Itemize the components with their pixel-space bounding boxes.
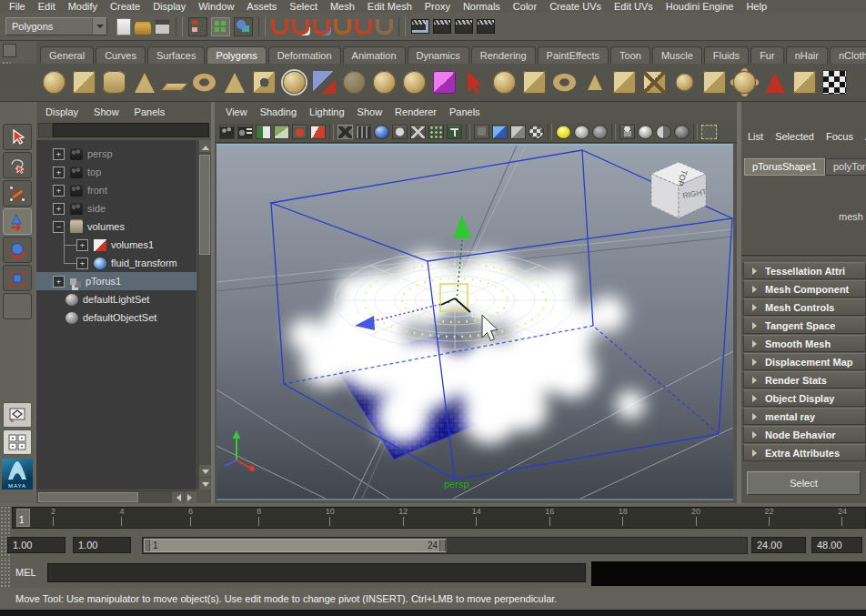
- shelf-button[interactable]: [462, 70, 487, 95]
- marquee-cursor-icon[interactable]: [701, 125, 717, 139]
- playback-start-field[interactable]: [73, 537, 131, 553]
- menubar-item[interactable]: File: [9, 1, 25, 12]
- shelf-button[interactable]: [132, 70, 156, 95]
- sep-icon[interactable]: [548, 124, 552, 140]
- hscroll-thumb[interactable]: [38, 492, 138, 502]
- attribute-editor-menu-item[interactable]: Selected: [775, 131, 814, 142]
- menubar-item[interactable]: Edit Mesh: [368, 1, 412, 12]
- outliner-hscrollbar[interactable]: [36, 490, 196, 503]
- outliner-menu-item[interactable]: Show: [94, 106, 119, 117]
- eraser-red-icon[interactable]: [310, 125, 326, 139]
- shelf-button[interactable]: [672, 70, 697, 95]
- render-current-icon[interactable]: [433, 19, 451, 34]
- blue-sphere-icon[interactable]: [374, 125, 389, 139]
- range-end-handle[interactable]: [439, 540, 446, 551]
- filter-icon[interactable]: [38, 123, 53, 137]
- film-box-icon[interactable]: [356, 125, 371, 139]
- viewport-menu-item[interactable]: View: [226, 106, 247, 117]
- viewport-canvas[interactable]: TOP RIGHT persp: [216, 144, 733, 500]
- shelf-button[interactable]: [342, 70, 367, 95]
- image-plane-icon[interactable]: [274, 125, 289, 139]
- playback-range-bar[interactable]: 1 24: [144, 539, 447, 552]
- attr-section[interactable]: Tangent Space: [743, 317, 866, 334]
- outliner-menu-item[interactable]: Display: [45, 106, 78, 117]
- menubar-item[interactable]: Proxy: [425, 1, 450, 12]
- time-slider-track[interactable]: 2 4 6 8 10 12 14: [12, 507, 866, 529]
- move-tool-button[interactable]: [3, 208, 32, 235]
- render-settings-icon[interactable]: [477, 19, 495, 34]
- blue-cube-icon[interactable]: [492, 125, 508, 139]
- select-button[interactable]: Select: [747, 471, 861, 495]
- last-tool-slot[interactable]: [3, 293, 32, 319]
- shelf-button[interactable]: [702, 70, 727, 95]
- outliner-row[interactable]: + volumes1: [36, 236, 196, 254]
- shelf-tab[interactable]: Fluids: [704, 46, 749, 64]
- outliner-row[interactable]: + front: [36, 181, 196, 199]
- range-start-handle[interactable]: [145, 540, 150, 551]
- four-pane-layout-button[interactable]: [3, 429, 32, 455]
- attribute-editor-menu-item[interactable]: List: [748, 131, 763, 142]
- paint-red-icon[interactable]: [292, 125, 307, 139]
- outliner-menu-item[interactable]: Panels: [135, 106, 166, 117]
- expander-icon[interactable]: +: [76, 239, 88, 251]
- viewport-menu-item[interactable]: Panels: [449, 106, 480, 117]
- shelf-button[interactable]: [252, 70, 277, 95]
- select-tool-button[interactable]: [3, 124, 32, 150]
- shelf-tab[interactable]: Fur: [750, 46, 784, 64]
- shelf-button[interactable]: [732, 70, 757, 95]
- sep-icon[interactable]: [176, 16, 183, 36]
- shelf-tab[interactable]: nHair: [786, 46, 828, 64]
- expander-icon[interactable]: +: [53, 167, 65, 178]
- menubar-item[interactable]: Create UVs: [549, 1, 601, 12]
- menubar-item[interactable]: Edit: [38, 1, 55, 12]
- shelf-tab[interactable]: Muscle: [652, 46, 702, 64]
- shelf-tab[interactable]: Rendering: [471, 46, 536, 64]
- select-component-icon[interactable]: [234, 17, 253, 36]
- rotate-tool-button[interactable]: [3, 237, 32, 263]
- menubar-item[interactable]: Color: [513, 1, 537, 12]
- scroll-up-icon[interactable]: [199, 140, 211, 152]
- outliner-row[interactable]: − volumes: [36, 217, 196, 236]
- snap-point-icon[interactable]: [313, 19, 330, 35]
- gray-light-icon[interactable]: [574, 125, 589, 139]
- shelf-tab[interactable]: Curves: [96, 46, 146, 64]
- save-scene-icon[interactable]: [155, 19, 170, 35]
- scroll-down-icon[interactable]: [199, 465, 211, 477]
- scroll-left-icon[interactable]: [172, 491, 184, 503]
- dark-ball-icon[interactable]: [674, 125, 690, 139]
- attr-section[interactable]: Render Stats: [743, 371, 866, 389]
- t-box-icon[interactable]: [447, 125, 462, 139]
- outliner-tree[interactable]: + persp + top + front: [36, 140, 196, 490]
- shelf-button[interactable]: [222, 70, 247, 95]
- menubar-item[interactable]: Normals: [463, 1, 500, 12]
- attr-section[interactable]: Mesh Component: [743, 280, 866, 298]
- sep-icon[interactable]: [693, 124, 698, 140]
- menubar-item[interactable]: Display: [153, 1, 186, 12]
- menubar-item[interactable]: Assets: [247, 1, 277, 12]
- menu-set-dropdown[interactable]: Polygons: [5, 17, 107, 35]
- shelf-button[interactable]: [762, 70, 787, 95]
- menubar-item[interactable]: Select: [289, 1, 317, 12]
- shelf-button[interactable]: [192, 70, 216, 95]
- shelf-button[interactable]: [822, 70, 847, 95]
- outliner-row[interactable]: + pTorus1: [36, 272, 196, 290]
- shelf-tab[interactable]: Dynamics: [408, 46, 469, 64]
- shelf-button[interactable]: [402, 70, 427, 95]
- attr-section[interactable]: Extra Attributes: [743, 444, 866, 461]
- outliner-row[interactable]: + top: [36, 163, 196, 181]
- shelf-tab[interactable]: General: [40, 46, 94, 64]
- attr-section[interactable]: Node Behavior: [743, 426, 866, 443]
- anim-start-field[interactable]: [7, 537, 65, 553]
- playback-end-field[interactable]: [751, 537, 806, 553]
- open-scene-icon[interactable]: [135, 24, 151, 35]
- shelf-tab[interactable]: Polygons: [206, 46, 266, 64]
- viewport-menu-item[interactable]: Show: [357, 106, 383, 117]
- shelf-button[interactable]: [612, 70, 637, 95]
- shelf-button[interactable]: [642, 70, 667, 95]
- camera-attrs-icon[interactable]: [237, 125, 253, 139]
- yellow-light-icon[interactable]: [556, 125, 571, 139]
- vscroll-thumb[interactable]: [199, 155, 210, 255]
- menubar-item[interactable]: Create: [110, 1, 140, 12]
- attr-section[interactable]: Object Display: [743, 389, 866, 407]
- outliner-row[interactable]: + fluid_transform: [36, 254, 196, 272]
